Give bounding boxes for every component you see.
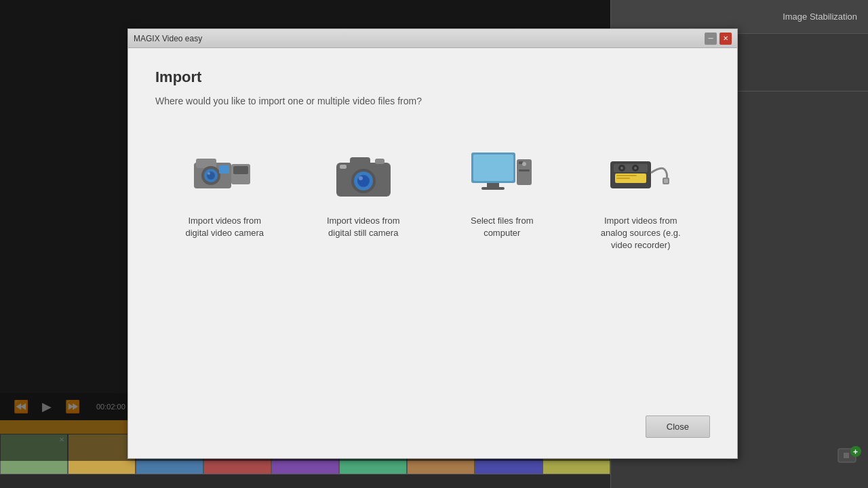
- add-storyboard-button[interactable]: +: [837, 443, 861, 468]
- analog-sources-icon: [607, 147, 675, 201]
- svg-point-20: [359, 176, 363, 180]
- modal-body: Import Where would you like to import on…: [128, 48, 737, 286]
- titlebar-buttons: [705, 33, 732, 45]
- digital-still-camera-icon: [330, 147, 397, 201]
- svg-rect-34: [616, 175, 637, 176]
- modal-titlebar: MAGIX Video easy: [128, 29, 737, 48]
- svg-text:+: +: [853, 447, 858, 457]
- import-option-label-digital-video-camera: Import videos from digital video camera: [177, 215, 272, 239]
- import-option-digital-video-camera[interactable]: Import videos from digital video camera: [163, 134, 285, 266]
- svg-rect-35: [616, 178, 630, 179]
- svg-point-39: [634, 167, 637, 169]
- computer-icon: [468, 147, 536, 201]
- import-dialog: MAGIX Video easy Import Where would you …: [127, 28, 738, 459]
- svg-rect-3: [844, 453, 849, 458]
- import-option-label-computer: Select files from computer: [454, 215, 549, 239]
- import-options: Import videos from digital video camera: [155, 134, 710, 266]
- svg-rect-24: [473, 155, 513, 181]
- svg-rect-12: [219, 165, 229, 174]
- import-option-computer[interactable]: Select files from computer: [441, 134, 563, 266]
- import-subtitle: Where would you like to import one or mu…: [155, 96, 710, 106]
- import-heading: Import: [155, 68, 710, 86]
- svg-point-19: [357, 175, 370, 187]
- svg-point-29: [522, 162, 526, 166]
- bottom-right-controls: +: [837, 443, 861, 468]
- svg-rect-30: [519, 169, 530, 171]
- svg-rect-25: [487, 183, 499, 187]
- svg-rect-14: [233, 166, 248, 174]
- modal-close-x-button[interactable]: [719, 33, 732, 45]
- import-option-digital-still-camera[interactable]: Import videos from digital still camera: [302, 134, 425, 266]
- svg-rect-26: [481, 187, 505, 190]
- import-option-label-analog-sources: Import videos from analog sources (e.g. …: [593, 215, 688, 252]
- svg-point-11: [208, 172, 210, 175]
- svg-rect-21: [340, 165, 347, 169]
- minimize-button[interactable]: [705, 33, 717, 45]
- add-storyboard-icon: +: [837, 443, 861, 468]
- svg-rect-41: [664, 179, 668, 183]
- import-option-analog-sources[interactable]: Import videos from analog sources (e.g. …: [580, 134, 702, 266]
- close-button-row: Close: [646, 415, 710, 438]
- image-stabilization-label: Image Stabilization: [622, 12, 857, 22]
- svg-rect-16: [350, 157, 370, 168]
- modal-title-text: MAGIX Video easy: [134, 34, 202, 43]
- svg-point-37: [620, 167, 623, 169]
- import-option-label-digital-still-camera: Import videos from digital still camera: [316, 215, 411, 239]
- svg-rect-22: [375, 159, 384, 164]
- digital-video-camera-icon: [191, 147, 258, 201]
- close-button[interactable]: Close: [646, 415, 710, 438]
